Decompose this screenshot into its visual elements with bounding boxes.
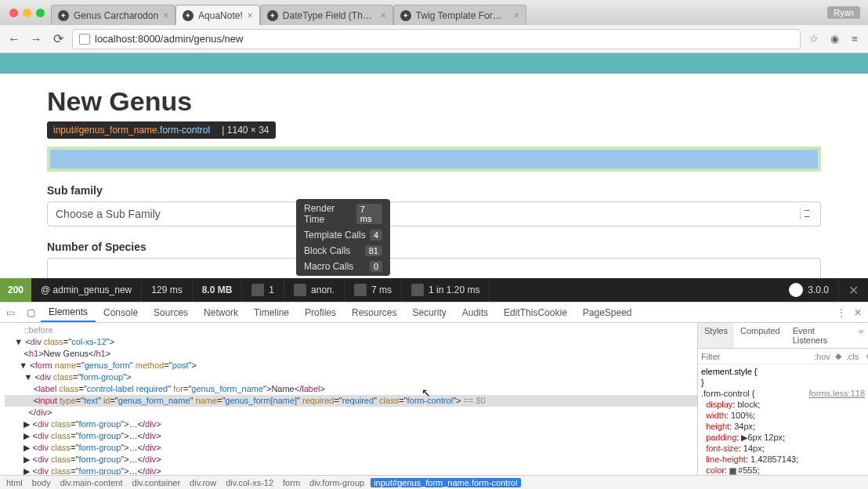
browser-tab[interactable]: ✦Twig Template Form Funct× xyxy=(393,5,526,25)
styles-tab-computed[interactable]: Computed xyxy=(734,323,787,348)
dom-line[interactable]: ▶ <div class="form-group">…</div> xyxy=(5,454,697,465)
devtools-more-icon[interactable]: ⋮ xyxy=(837,307,846,318)
browser-tab[interactable]: ✦Genus Carcharodon× xyxy=(51,5,175,25)
hov-toggle[interactable]: :hov xyxy=(814,352,830,361)
breadcrumb-item[interactable]: div.row xyxy=(186,478,219,487)
tab-strip: ✦Genus Carcharodon×✦AquaNote!×✦DateType … xyxy=(0,0,868,25)
devtools-close-icon[interactable]: ✕ xyxy=(854,307,862,318)
twig-popup: Render Time7 msTemplate Calls4Block Call… xyxy=(296,199,390,276)
devtools-tab-console[interactable]: Console xyxy=(96,302,146,322)
url-text: localhost:8000/admin/genus/new xyxy=(95,33,243,45)
dom-line[interactable]: ::before xyxy=(5,324,697,336)
clipboard-icon xyxy=(251,284,264,296)
breadcrumb-item[interactable]: div.form-group xyxy=(306,478,367,487)
styles-panel: StylesComputedEvent Listeners» :hov ◆ .c… xyxy=(697,323,868,475)
extension-icon[interactable]: ◉ xyxy=(827,32,841,46)
tab-close-icon[interactable]: × xyxy=(514,10,519,21)
sf-route[interactable]: @ admin_genus_new xyxy=(31,278,142,302)
sf-forms[interactable]: 1 xyxy=(242,278,284,302)
styles-filter-input[interactable] xyxy=(701,352,809,361)
devtools-tab-editthiscookie[interactable]: EditThisCookie xyxy=(496,302,575,322)
dom-line[interactable]: ▼ <div class="form-group"> xyxy=(5,371,697,383)
add-rule-icon[interactable]: ＋ xyxy=(863,350,868,362)
inspect-element-icon[interactable]: ▭ xyxy=(0,307,20,318)
devtools-tab-pagespeed[interactable]: PageSpeed xyxy=(575,302,640,322)
sf-close-button[interactable]: ✕ xyxy=(839,283,868,298)
sf-user[interactable]: anon. xyxy=(284,278,345,302)
browser-tab[interactable]: ✦DateType Field (The Symfo× xyxy=(260,5,393,25)
close-window-icon[interactable] xyxy=(9,9,18,17)
dom-line[interactable]: <input type="text" id="genus_form_name" … xyxy=(5,395,697,407)
dom-line[interactable]: <h1>New Genus</h1> xyxy=(5,348,697,360)
sf-memory[interactable]: 8.0 MB xyxy=(193,278,243,302)
dom-line[interactable]: </div> xyxy=(5,407,697,418)
page-icon xyxy=(79,34,90,45)
devtools-tab-sources[interactable]: Sources xyxy=(146,302,196,322)
menu-icon[interactable]: ≡ xyxy=(848,32,862,46)
dom-line[interactable]: ▶ <div class="form-group">…</div> xyxy=(5,442,697,454)
tab-close-icon[interactable]: × xyxy=(381,10,386,21)
breadcrumb-item[interactable]: html xyxy=(3,478,26,487)
sf-time[interactable]: 129 ms xyxy=(142,278,192,302)
breadcrumb-item[interactable]: div.main-content xyxy=(57,478,126,487)
styles-tab-event-listeners[interactable]: Event Listeners xyxy=(787,323,854,348)
devtools-tab-timeline[interactable]: Timeline xyxy=(246,302,297,322)
sf-status[interactable]: 200 xyxy=(0,278,31,302)
devtools-tab-resources[interactable]: Resources xyxy=(344,302,404,322)
favicon-icon: ✦ xyxy=(183,10,193,21)
browser-tab[interactable]: ✦AquaNote!× xyxy=(175,5,260,25)
devtools-tab-network[interactable]: Network xyxy=(196,302,246,322)
breadcrumb-item[interactable]: input#genus_form_name.form-control xyxy=(371,478,520,487)
sub-family-select[interactable]: Choose a Sub Family xyxy=(47,201,821,226)
devtools-tab-elements[interactable]: Elements xyxy=(41,302,96,322)
profile-badge[interactable]: Ryan xyxy=(827,6,860,19)
forward-button[interactable]: → xyxy=(28,32,44,46)
breadcrumb-item[interactable]: div.col-xs-12 xyxy=(222,478,277,487)
breadcrumb-item[interactable]: body xyxy=(29,478,54,487)
devtools: ▭ ▢ ElementsConsoleSourcesNetworkTimelin… xyxy=(0,302,868,489)
address-bar[interactable]: localhost:8000/admin/genus/new xyxy=(72,29,801,49)
dom-line[interactable]: ▼ <div class="col-xs-12"> xyxy=(5,336,697,348)
tab-close-icon[interactable]: × xyxy=(248,10,253,21)
dom-line[interactable]: ▶ <div class="form-group">…</div> xyxy=(5,430,697,442)
sf-version[interactable]: 3.0.0 xyxy=(779,278,839,302)
sf-twig[interactable]: 7 ms xyxy=(345,278,402,302)
tab-label: Twig Template Form Funct xyxy=(416,10,509,21)
breadcrumb-item[interactable]: form xyxy=(280,478,303,487)
reload-button[interactable]: ⟳ xyxy=(50,31,66,46)
devtools-tab-audits[interactable]: Audits xyxy=(454,302,496,322)
bookmark-star-icon[interactable]: ☆ xyxy=(807,32,821,46)
symfony-logo-icon xyxy=(789,283,803,297)
sf-db[interactable]: 1 in 1.20 ms xyxy=(402,278,490,302)
database-icon xyxy=(411,284,424,296)
highlighted-name-input[interactable] xyxy=(47,147,821,172)
browser-chrome: ✦Genus Carcharodon×✦AquaNote!×✦DateType … xyxy=(0,0,868,53)
styles-tabs-more-icon[interactable]: » xyxy=(854,323,868,348)
styles-tab-styles[interactable]: Styles xyxy=(698,323,734,348)
dom-line[interactable]: ▶ <div class="form-group">…</div> xyxy=(5,418,697,430)
styles-rules[interactable]: element.style {}forms.less:118.form-cont… xyxy=(698,364,868,475)
dom-breadcrumb[interactable]: htmlbodydiv.main-contentdiv.containerdiv… xyxy=(0,475,868,489)
inspect-tooltip: input#genus_form_name.form-control | 114… xyxy=(47,121,276,139)
user-icon xyxy=(294,284,306,296)
symfony-toolbar[interactable]: 200 @ admin_genus_new 129 ms 8.0 MB 1 an… xyxy=(0,278,868,302)
dom-line[interactable]: ▶ <div class="form-group">…</div> xyxy=(5,465,697,475)
tab-label: Genus Carcharodon xyxy=(74,10,158,21)
dom-line[interactable]: <label class="control-label required" fo… xyxy=(5,383,697,395)
favicon-icon: ✦ xyxy=(58,10,69,21)
cls-toggle[interactable]: .cls xyxy=(846,352,859,361)
dom-line[interactable]: ▼ <form name="genus_form" method="post"> xyxy=(5,360,697,371)
device-toggle-icon[interactable]: ▢ xyxy=(20,307,41,318)
page-content: New Genus input#genus_form_name.form-con… xyxy=(0,74,868,308)
breadcrumb-item[interactable]: div.container xyxy=(129,478,184,487)
devtools-tab-security[interactable]: Security xyxy=(404,302,454,322)
maximize-window-icon[interactable] xyxy=(36,9,45,17)
site-header-strip xyxy=(0,53,868,74)
elements-panel[interactable]: ::before ▼ <div class="col-xs-12"> <h1>N… xyxy=(0,323,697,475)
window-controls xyxy=(6,9,51,17)
minimize-window-icon[interactable] xyxy=(23,9,31,17)
pin-icon[interactable]: ◆ xyxy=(835,351,841,361)
devtools-tab-profiles[interactable]: Profiles xyxy=(297,302,344,322)
back-button[interactable]: ← xyxy=(6,32,22,46)
tab-close-icon[interactable]: × xyxy=(163,10,168,21)
